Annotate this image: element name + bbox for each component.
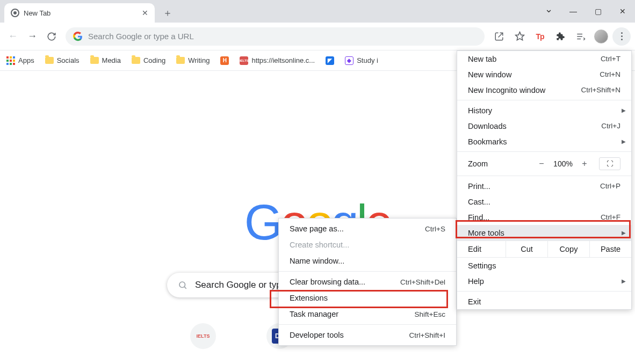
search-icon: [178, 280, 187, 290]
submenu-developer-tools[interactable]: Developer toolsCtrl+Shift+I: [279, 327, 456, 343]
apps-label: Apps: [18, 56, 34, 64]
back-button[interactable]: ←: [4, 28, 21, 45]
reload-button[interactable]: [43, 28, 60, 45]
folder-icon: [90, 57, 99, 64]
bookmark-site-study[interactable]: ◆Study i: [345, 56, 378, 65]
extensions-puzzle-icon[interactable]: [551, 27, 569, 46]
bookmark-folder-media[interactable]: Media: [90, 56, 121, 64]
svg-line-2: [184, 287, 186, 288]
folder-icon: [132, 57, 140, 64]
chevron-right-icon: ▶: [622, 230, 626, 236]
shortcut-tile[interactable]: IELTS: [190, 323, 216, 349]
chrome-favicon-icon: [11, 9, 19, 17]
minimize-button[interactable]: —: [561, 0, 586, 23]
apps-grid-icon: [6, 56, 15, 65]
bookmark-folder-writing[interactable]: Writing: [176, 56, 210, 64]
menu-help[interactable]: Help▶: [457, 273, 631, 289]
svg-point-1: [179, 282, 185, 288]
paste-button[interactable]: Paste: [589, 241, 631, 257]
zoom-label: Zoom: [468, 159, 488, 168]
menu-exit[interactable]: Exit: [457, 294, 631, 309]
menu-settings[interactable]: Settings: [457, 258, 631, 273]
browser-tab[interactable]: New Tab ✕: [4, 3, 155, 23]
copy-button[interactable]: Copy: [547, 241, 589, 257]
submenu-task-manager[interactable]: Task managerShift+Esc: [279, 306, 456, 322]
more-tools-submenu: Save page as...Ctrl+S Create shortcut...…: [278, 218, 457, 346]
submenu-create-shortcut: Create shortcut...: [279, 237, 456, 253]
menu-cast[interactable]: Cast...: [457, 194, 631, 209]
window-controls: — ▢ ✕: [536, 0, 635, 23]
toolbar: ← → Search Google or type a URL Tp: [0, 23, 635, 50]
bookmark-site-h[interactable]: H: [220, 56, 229, 65]
new-tab-button[interactable]: ＋: [160, 5, 175, 20]
submenu-save-page[interactable]: Save page as...Ctrl+S: [279, 221, 456, 237]
chevron-right-icon: ▶: [622, 107, 626, 113]
svg-marker-0: [515, 32, 524, 40]
menu-edit-row: Edit Cut Copy Paste: [457, 241, 631, 258]
tab-title: New Tab: [24, 9, 138, 17]
menu-zoom: Zoom − 100% + ⛶: [457, 154, 631, 173]
folder-icon: [176, 57, 185, 64]
chrome-menu-button[interactable]: [612, 27, 631, 46]
forward-button[interactable]: →: [24, 28, 41, 45]
zoom-in-button[interactable]: +: [576, 159, 593, 169]
menu-new-tab[interactable]: New tabCtrl+T: [457, 51, 631, 67]
edit-label: Edit: [457, 241, 506, 257]
menu-new-window[interactable]: New windowCtrl+N: [457, 67, 631, 82]
maximize-button[interactable]: ▢: [586, 0, 610, 23]
share-icon[interactable]: [490, 27, 508, 46]
bookmark-site-blue[interactable]: ◤: [326, 56, 334, 65]
bookmark-folder-socials[interactable]: Socials: [45, 56, 80, 64]
omnibox-placeholder: Search Google or type a URL: [88, 32, 194, 41]
bookmark-site-ielts[interactable]: IELTShttps://ieltsonline.c...: [240, 56, 315, 65]
extension-tp-icon[interactable]: Tp: [531, 27, 549, 46]
menu-print[interactable]: Print...Ctrl+P: [457, 178, 631, 194]
chevron-right-icon: ▶: [622, 139, 626, 144]
folder-icon: [45, 57, 54, 64]
submenu-extensions[interactable]: Extensions: [279, 290, 456, 306]
address-bar[interactable]: Search Google or type a URL: [66, 27, 485, 46]
submenu-clear-data[interactable]: Clear browsing data...Ctrl+Shift+Del: [279, 274, 456, 290]
menu-more-tools[interactable]: More tools▶: [457, 225, 631, 241]
google-g-icon: [73, 32, 83, 41]
submenu-name-window[interactable]: Name window...: [279, 253, 456, 269]
menu-bookmarks[interactable]: Bookmarks▶: [457, 134, 631, 149]
close-tab-icon[interactable]: ✕: [142, 9, 148, 17]
bookmark-star-icon[interactable]: [510, 27, 529, 46]
apps-shortcut[interactable]: Apps: [6, 56, 34, 65]
menu-incognito[interactable]: New Incognito windowCtrl+Shift+N: [457, 82, 631, 98]
menu-find[interactable]: Find...Ctrl+F: [457, 209, 631, 225]
cut-button[interactable]: Cut: [506, 241, 547, 257]
chevron-right-icon: ▶: [622, 278, 626, 284]
bookmark-folder-coding[interactable]: Coding: [132, 56, 165, 64]
menu-downloads[interactable]: DownloadsCtrl+J: [457, 118, 631, 134]
site-icon: IELTS: [240, 56, 248, 65]
menu-history[interactable]: History▶: [457, 103, 631, 118]
close-window-button[interactable]: ✕: [610, 0, 635, 23]
titlebar: New Tab ✕ ＋ — ▢ ✕: [0, 0, 635, 23]
site-icon: ◆: [345, 56, 353, 65]
site-icon: H: [220, 56, 229, 65]
chrome-main-menu: New tabCtrl+T New windowCtrl+N New Incog…: [457, 50, 632, 310]
site-icon: ◤: [326, 56, 334, 65]
fullscreen-button[interactable]: ⛶: [599, 157, 620, 170]
zoom-value: 100%: [550, 159, 576, 168]
profile-avatar[interactable]: [592, 27, 610, 46]
zoom-out-button[interactable]: −: [533, 159, 550, 169]
tab-search-button[interactable]: [536, 0, 561, 23]
media-control-icon[interactable]: [572, 27, 590, 46]
